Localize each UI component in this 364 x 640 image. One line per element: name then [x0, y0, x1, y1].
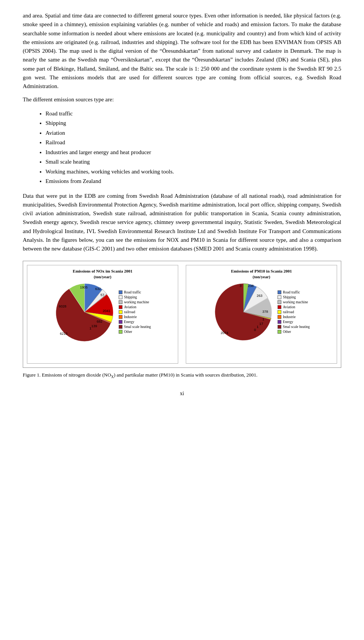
legend-swatch-energy — [119, 320, 122, 324]
legend-working-machine: working machine — [278, 300, 310, 304]
legend-label: Smal scale heating — [283, 325, 310, 329]
list-item: Emissions from Zealand — [46, 177, 341, 186]
legend-small-scale: Smal scale heating — [119, 325, 151, 329]
svg-text:1: 1 — [262, 317, 264, 321]
pm10-legend: Road traffic Shipping working machine Av… — [278, 290, 310, 334]
legend-swatch-road — [278, 290, 281, 294]
svg-text:378: 378 — [262, 310, 268, 314]
legend-label: Road traffic — [124, 290, 141, 294]
legend-working-machine: working machine — [119, 300, 151, 304]
legend-swatch-aviation — [278, 305, 281, 309]
emission-sources-list: Road traffic Shipping Aviation Railroad … — [46, 109, 341, 186]
legend-swatch-small — [119, 325, 122, 329]
svg-text:3: 3 — [240, 284, 242, 288]
legend-swatch-other — [278, 330, 281, 334]
legend-label: Industrie — [283, 315, 296, 319]
svg-text:6028: 6028 — [59, 304, 66, 308]
svg-text:238: 238 — [248, 284, 254, 288]
svg-text:0: 0 — [254, 328, 256, 332]
svg-text:6213: 6213 — [60, 332, 67, 336]
nox-pie: 1905 632 57 2041 682 139 1 6213 6028 — [54, 282, 115, 342]
legend-swatch-industrie — [119, 315, 122, 319]
pm10-chart: Emissions of PM10 in Scania 2001 (ton/ye… — [186, 265, 337, 364]
legend-label: Other — [124, 330, 132, 334]
figure-caption-text: Figure 1. Emissions of nitrogen dioxide … — [23, 372, 111, 378]
legend-label: Energy — [124, 320, 134, 324]
legend-swatch-shipping — [119, 295, 122, 299]
legend-swatch-working — [119, 300, 122, 304]
svg-text:2041: 2041 — [103, 309, 110, 313]
legend-swatch-aviation — [119, 305, 122, 309]
page-number: xi — [180, 391, 184, 396]
legend-shipping: Shipping — [119, 295, 151, 299]
legend-road-traffic: Road traffic — [278, 290, 310, 294]
legend-industrie: Industrie — [278, 315, 310, 319]
list-item: Working machines, working vehicles and w… — [46, 167, 341, 177]
svg-text:1905: 1905 — [80, 285, 88, 289]
svg-text:17: 17 — [259, 322, 263, 326]
pm10-chart-title: Emissions of PM10 in Scania 2001 (ton/ye… — [189, 268, 334, 279]
legend-label: Energy — [283, 320, 293, 324]
legend-label: Industrie — [124, 315, 137, 319]
list-item: Aviation — [46, 128, 341, 138]
svg-text:632: 632 — [95, 287, 101, 291]
legend-swatch-energy — [278, 320, 281, 324]
legend-swatch-working — [278, 300, 281, 304]
legend-energy: Energy — [278, 320, 310, 324]
paragraph-3: Data that were put in the EDB are coming… — [23, 192, 341, 254]
legend-energy: Energy — [119, 320, 151, 324]
legend-label: Other — [283, 330, 291, 334]
legend-railroad: railroad — [119, 310, 151, 314]
legend-aviation: Aviation — [119, 305, 151, 309]
list-item: Railroad — [46, 138, 341, 148]
legend-swatch-road — [119, 290, 122, 294]
legend-label: Aviation — [124, 305, 136, 309]
legend-swatch-industrie — [278, 315, 281, 319]
nox-chart-title: Emissions of NOx im Scania 2001 (ton/yea… — [30, 268, 175, 279]
list-item: Road traffic — [46, 109, 341, 119]
sources-heading: The different emission sources type are: — [23, 95, 341, 104]
legend-swatch-shipping — [278, 295, 281, 299]
legend-industrie: Industrie — [119, 315, 151, 319]
svg-text:2074: 2074 — [221, 331, 228, 335]
nox-chart-inner: 1905 632 57 2041 682 139 1 6213 6028 Roa… — [30, 282, 175, 342]
pm10-pie: 3 238 263 378 1 17 1 0 2074 — [213, 282, 274, 342]
charts-section: Emissions of NOx im Scania 2001 (ton/yea… — [23, 261, 341, 368]
legend-railroad: railroad — [278, 310, 310, 314]
svg-text:263: 263 — [257, 294, 262, 298]
legend-swatch-other — [119, 330, 122, 334]
legend-label: working machine — [283, 300, 308, 304]
legend-other: Other — [278, 330, 310, 334]
legend-label: railroad — [283, 310, 294, 314]
legend-swatch-railroad — [278, 310, 281, 314]
pm10-chart-inner: 3 238 263 378 1 17 1 0 2074 Road traffic — [189, 282, 334, 342]
list-item: Industries and larger energy and heat pr… — [46, 148, 341, 158]
legend-label: Shipping — [283, 295, 296, 299]
legend-swatch-small — [278, 325, 281, 329]
page-footer: xi — [23, 391, 341, 397]
main-content: and area. Spatial and time data are conn… — [23, 11, 341, 253]
legend-aviation: Aviation — [278, 305, 310, 309]
figure-caption-text2: ) and partikular matter (PM10) in Scania… — [114, 372, 257, 378]
svg-text:139: 139 — [91, 324, 97, 328]
legend-label: Shipping — [124, 295, 137, 299]
svg-text:1: 1 — [89, 326, 91, 330]
legend-label: Aviation — [283, 305, 295, 309]
legend-swatch-railroad — [119, 310, 122, 314]
list-item: Shipping — [46, 118, 341, 128]
legend-label: Road traffic — [283, 290, 300, 294]
legend-small-scale: Smal scale heating — [278, 325, 310, 329]
nox-legend: Road traffic Shipping working machine Av… — [119, 290, 151, 334]
legend-label: Smal scale heating — [124, 325, 151, 329]
figure-caption: Figure 1. Emissions of nitrogen dioxide … — [23, 372, 341, 379]
legend-shipping: Shipping — [278, 295, 310, 299]
paragraph-1: and area. Spatial and time data are conn… — [23, 11, 341, 91]
legend-other: Other — [119, 330, 151, 334]
legend-label: working machine — [124, 300, 149, 304]
svg-text:1: 1 — [257, 325, 259, 329]
svg-text:57: 57 — [100, 293, 104, 297]
svg-text:682: 682 — [97, 320, 102, 323]
legend-road-traffic: Road traffic — [119, 290, 151, 294]
legend-label: railroad — [124, 310, 135, 314]
list-item: Small scale heating — [46, 157, 341, 167]
